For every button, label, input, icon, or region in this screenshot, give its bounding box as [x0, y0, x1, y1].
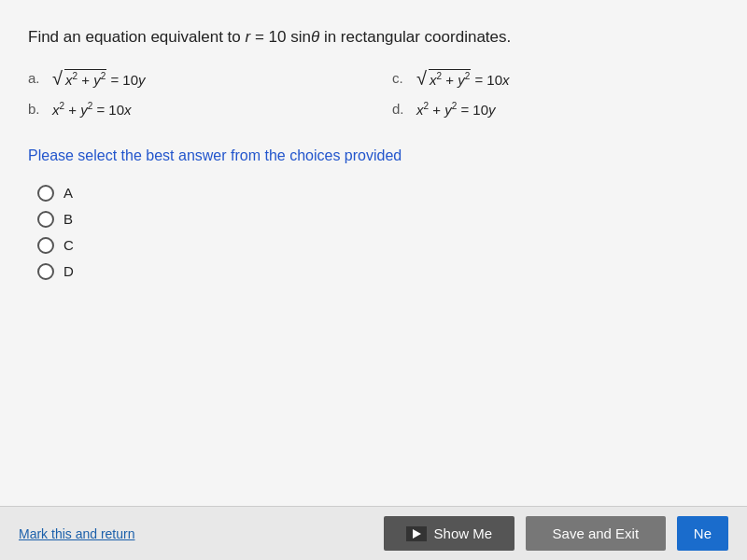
radio-d[interactable] — [37, 263, 54, 280]
choice-a: a. √x2 + y2 = 10y — [28, 65, 355, 91]
choice-d-label: d. — [392, 101, 409, 117]
title-equation: r = 10 sinθ — [246, 28, 320, 46]
main-content: Find an equation equivalent to r = 10 si… — [0, 0, 747, 506]
choice-c-formula: √x2 + y2 = 10x — [416, 69, 510, 88]
radio-option-a[interactable]: A — [37, 185, 719, 202]
footer: Mark this and return Show Me Save and Ex… — [0, 506, 747, 560]
choice-a-label: a. — [28, 70, 45, 86]
choices-grid: a. √x2 + y2 = 10y c. √x2 + y2 = 10x b. x… — [28, 65, 719, 121]
show-me-label: Show Me — [434, 525, 493, 541]
choice-b-formula: x2 + y2 = 10x — [52, 101, 132, 118]
choice-b-label: b. — [28, 101, 45, 117]
instruction-text: Please select the best answer from the c… — [28, 147, 719, 164]
radio-option-b[interactable]: B — [37, 211, 719, 228]
radio-d-label: D — [63, 263, 74, 279]
next-button[interactable]: Ne — [677, 516, 728, 551]
save-exit-button[interactable]: Save and Exit — [526, 516, 666, 551]
title-prefix: Find an equation equivalent to — [28, 28, 246, 46]
radio-c[interactable] — [37, 237, 54, 254]
title-suffix: in rectangular coordinates. — [319, 28, 511, 46]
radio-option-c[interactable]: C — [37, 237, 719, 254]
radio-a[interactable] — [37, 185, 54, 202]
mark-return-link[interactable]: Mark this and return — [19, 526, 373, 541]
choice-c-label: c. — [392, 70, 409, 86]
choice-a-formula: √x2 + y2 = 10y — [52, 69, 146, 88]
show-me-button[interactable]: Show Me — [384, 516, 514, 551]
radio-option-d[interactable]: D — [37, 263, 719, 280]
question-title: Find an equation equivalent to r = 10 si… — [28, 26, 719, 49]
radio-options: A B C D — [37, 185, 719, 280]
radio-a-label: A — [63, 185, 73, 201]
choice-d: d. x2 + y2 = 10y — [392, 97, 719, 121]
choice-c: c. √x2 + y2 = 10x — [392, 65, 719, 91]
choice-b: b. x2 + y2 = 10x — [28, 97, 355, 121]
radio-b[interactable] — [37, 211, 54, 228]
radio-c-label: C — [63, 237, 74, 253]
video-icon — [406, 526, 427, 541]
radio-b-label: B — [63, 211, 73, 227]
choice-d-formula: x2 + y2 = 10y — [416, 101, 496, 118]
